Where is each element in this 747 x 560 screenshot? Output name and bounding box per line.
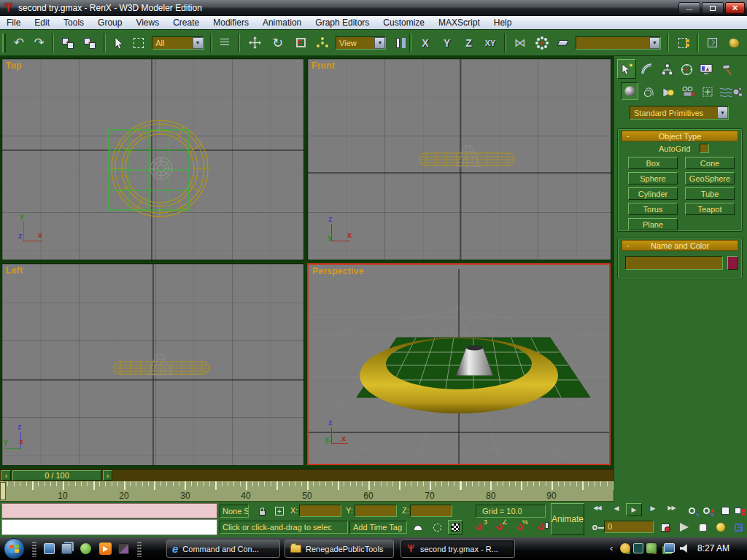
reference-coordinate-dropdown[interactable]: View ▼ bbox=[336, 36, 386, 50]
box-button[interactable]: Box bbox=[628, 157, 678, 169]
shapes-category-button[interactable] bbox=[640, 83, 658, 101]
zoom-all-button[interactable] bbox=[700, 504, 716, 517]
viewport-front[interactable]: Front z y x bbox=[307, 58, 611, 260]
tray-messenger-icon[interactable] bbox=[646, 543, 657, 553]
perspective-viewport-canvas[interactable] bbox=[309, 265, 609, 464]
spinner-snap-button[interactable] bbox=[533, 521, 549, 534]
geosphere-button[interactable]: GeoSphere bbox=[685, 172, 735, 184]
export-button[interactable] bbox=[723, 39, 745, 47]
taskbar-button-renegadetools[interactable]: RenegadePublicTools bbox=[285, 540, 394, 558]
previous-frame-button[interactable]: ◀ bbox=[608, 505, 624, 512]
tray-volume-icon[interactable] bbox=[680, 544, 689, 553]
menu-help[interactable]: Help bbox=[494, 18, 512, 28]
go-to-start-button[interactable]: ◀◀ bbox=[588, 505, 606, 511]
add-time-tag[interactable]: Add Time Tag bbox=[349, 521, 407, 534]
tab-modify[interactable] bbox=[638, 60, 657, 79]
time-slider-track[interactable]: ‹ 0 / 100 › bbox=[0, 469, 614, 481]
toolbar-grip[interactable] bbox=[2, 34, 6, 52]
restrict-xy-button[interactable]: XY bbox=[479, 39, 501, 47]
viewport-left[interactable]: Left z y x bbox=[1, 263, 304, 466]
start-button[interactable] bbox=[4, 538, 25, 559]
angle-snap-button[interactable]: ∠ bbox=[492, 521, 508, 534]
align-button[interactable] bbox=[552, 40, 573, 46]
media-player-icon[interactable] bbox=[99, 542, 112, 555]
named-selection-dropdown[interactable]: ▼ bbox=[576, 36, 661, 50]
select-and-link-button[interactable] bbox=[57, 37, 79, 49]
time-configuration-button[interactable] bbox=[658, 521, 673, 534]
maxscript-listener-pink[interactable] bbox=[1, 503, 217, 518]
go-to-end-button[interactable]: ▶▶ bbox=[662, 505, 681, 511]
tab-utilities[interactable] bbox=[718, 60, 737, 79]
front-viewport-canvas[interactable] bbox=[308, 59, 612, 261]
menu-graph-editors[interactable]: Graph Editors bbox=[315, 18, 369, 28]
arc-rotate-button[interactable] bbox=[713, 521, 728, 534]
tube-button[interactable]: Tube bbox=[685, 187, 735, 200]
select-and-rotate-button[interactable]: ↻ bbox=[266, 35, 290, 51]
menu-animation[interactable]: Animation bbox=[263, 18, 301, 28]
menu-group[interactable]: Group bbox=[98, 18, 122, 28]
autogrid-checkbox[interactable] bbox=[700, 144, 709, 153]
primitive-category-dropdown[interactable]: Standard Primitives ▼ bbox=[630, 106, 729, 120]
track-bar[interactable]: 10 20 30 40 50 60 70 80 90 bbox=[0, 481, 614, 502]
select-and-manipulate-button[interactable] bbox=[312, 42, 333, 44]
pan-button[interactable] bbox=[695, 521, 710, 534]
restrict-z-button[interactable]: Z bbox=[458, 37, 480, 49]
messenger-icon[interactable] bbox=[80, 543, 91, 554]
viewport-perspective[interactable]: Perspective z y x bbox=[307, 263, 611, 465]
photo-app-icon[interactable] bbox=[118, 543, 129, 554]
y-coordinate-field[interactable] bbox=[355, 505, 397, 517]
maximize-button[interactable] bbox=[702, 2, 724, 14]
x-coordinate-field[interactable] bbox=[299, 505, 341, 517]
z-coordinate-field[interactable] bbox=[410, 505, 452, 517]
redo-button[interactable]: ↷ bbox=[29, 35, 50, 50]
dome-button[interactable] bbox=[411, 521, 425, 534]
plane-button[interactable]: Plane bbox=[628, 218, 678, 230]
next-frame-button[interactable]: ▶ bbox=[645, 505, 661, 512]
menu-customize[interactable]: Customize bbox=[383, 18, 425, 28]
tray-terminal-icon[interactable] bbox=[633, 543, 643, 553]
name-color-rollout-header[interactable]: - Name and Color bbox=[622, 240, 738, 251]
cone-button[interactable]: Cone bbox=[685, 157, 735, 169]
mirror-button[interactable]: ⋈ bbox=[509, 36, 531, 50]
menu-modifiers[interactable]: Modifiers bbox=[213, 18, 249, 28]
track-view-button[interactable] bbox=[672, 38, 694, 48]
use-center-button[interactable] bbox=[389, 38, 406, 48]
left-viewport-canvas[interactable] bbox=[2, 264, 305, 467]
menu-views[interactable]: Views bbox=[136, 18, 159, 28]
object-color-swatch[interactable] bbox=[727, 256, 738, 270]
field-of-view-button[interactable] bbox=[677, 521, 692, 534]
animate-button[interactable]: Animate bbox=[551, 503, 584, 535]
switch-windows-icon[interactable] bbox=[61, 543, 72, 554]
array-button[interactable] bbox=[531, 42, 553, 44]
teapot-button[interactable]: Teapot bbox=[685, 203, 735, 215]
minimize-button[interactable]: — bbox=[678, 2, 700, 14]
time-next-button[interactable]: › bbox=[103, 470, 112, 481]
tray-chevron-icon[interactable]: ‹ bbox=[610, 542, 613, 553]
current-frame-field[interactable]: 0 bbox=[604, 521, 654, 533]
schematic-view-button[interactable] bbox=[702, 38, 724, 47]
menu-create[interactable]: Create bbox=[173, 18, 199, 28]
zoom-extents-button[interactable] bbox=[718, 504, 732, 517]
geometry-category-button[interactable] bbox=[621, 82, 638, 100]
time-slider-button[interactable]: 0 / 100 bbox=[12, 470, 101, 481]
restrict-y-button[interactable]: Y bbox=[436, 37, 458, 49]
tab-motion[interactable] bbox=[677, 60, 696, 79]
taskbar-button-gmax[interactable]: second try.gmax - R... bbox=[400, 540, 515, 558]
systems-category-button[interactable] bbox=[728, 83, 746, 101]
selection-lock-toggle[interactable] bbox=[255, 505, 268, 518]
select-and-move-button[interactable] bbox=[243, 36, 266, 49]
maxscript-listener-white[interactable] bbox=[1, 519, 217, 535]
unlink-selection-button[interactable] bbox=[79, 37, 101, 49]
min-max-toggle-button[interactable] bbox=[731, 521, 746, 534]
select-object-button[interactable] bbox=[109, 37, 129, 49]
snap-toggle-button[interactable]: 3 bbox=[471, 521, 487, 534]
degradation-toggle[interactable] bbox=[448, 520, 462, 534]
torus-button[interactable]: Torus bbox=[628, 203, 678, 215]
time-prev-button[interactable]: ‹ bbox=[1, 470, 11, 481]
sphere-button[interactable]: Sphere bbox=[628, 172, 678, 184]
title-bar[interactable]: second try.gmax - RenX - W3D Modeler Edi… bbox=[0, 0, 747, 16]
percent-snap-button[interactable]: % bbox=[512, 521, 528, 534]
undo-button[interactable]: ↶ bbox=[9, 35, 29, 50]
tray-update-icon[interactable] bbox=[620, 543, 630, 553]
menu-file[interactable]: File bbox=[7, 18, 20, 28]
